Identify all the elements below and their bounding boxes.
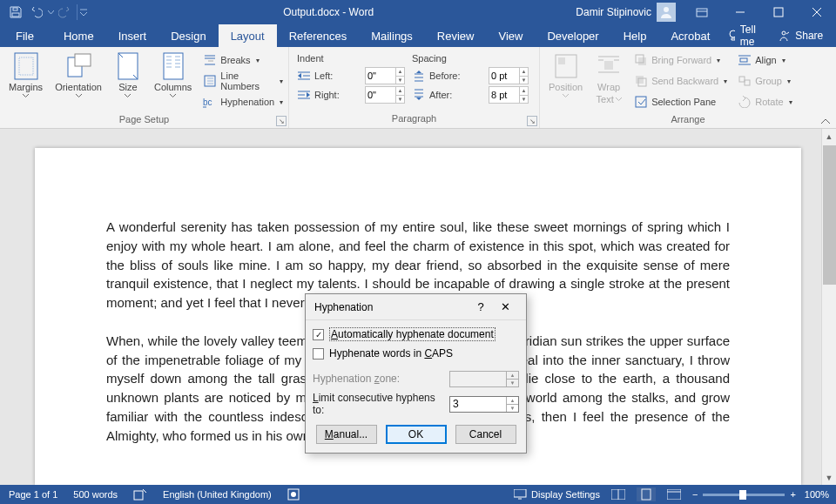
indent-right-value[interactable]: [366, 87, 395, 103]
tab-file[interactable]: File: [3, 24, 46, 47]
ribbon-tabs: File Home Insert Design Layout Reference…: [0, 24, 836, 47]
spacing-before-input[interactable]: ▲▼: [489, 67, 529, 84]
save-icon[interactable]: [5, 0, 26, 24]
columns-button[interactable]: Columns: [151, 50, 195, 99]
tab-mailings[interactable]: Mailings: [359, 24, 425, 47]
margins-button[interactable]: Margins: [5, 50, 46, 99]
tab-layout[interactable]: Layout: [219, 24, 277, 47]
proofing-icon[interactable]: [133, 488, 147, 501]
zoom-level[interactable]: 100%: [805, 489, 829, 500]
margins-icon: [12, 52, 40, 80]
stepper-up-icon[interactable]: ▲: [395, 68, 404, 77]
read-mode-button[interactable]: [609, 487, 628, 501]
tab-developer[interactable]: Developer: [535, 24, 610, 47]
spacing-after-input[interactable]: ▲▼: [489, 86, 529, 104]
share-button[interactable]: Share: [772, 30, 828, 42]
stepper-down-icon[interactable]: ▼: [519, 77, 528, 84]
group-label-page-setup: Page Setup: [5, 111, 283, 127]
ok-button[interactable]: OK: [386, 425, 447, 444]
align-button[interactable]: Align ▾: [735, 50, 794, 70]
tab-home[interactable]: Home: [51, 24, 106, 47]
vertical-scrollbar[interactable]: ▲ ▼: [821, 129, 836, 485]
qat-customize-icon[interactable]: [79, 0, 88, 24]
manual-button[interactable]: Manual...: [316, 425, 377, 444]
dialog-help-button[interactable]: ?: [469, 300, 493, 313]
close-button[interactable]: [798, 0, 836, 24]
limit-hyphens-value[interactable]: [450, 397, 506, 412]
ribbon-display-options-button[interactable]: [683, 0, 721, 24]
stepper-down-icon[interactable]: ▼: [395, 77, 404, 84]
status-page[interactable]: Page 1 of 1: [9, 489, 57, 500]
redo-icon[interactable]: [54, 0, 75, 24]
tell-me-button[interactable]: Tell me: [722, 24, 765, 48]
indent-left-input[interactable]: ▲▼: [365, 67, 405, 84]
print-layout-button[interactable]: [637, 487, 656, 501]
ribbon: Margins Orientation Size Columns: [0, 47, 836, 129]
tab-view[interactable]: View: [486, 24, 535, 47]
scroll-thumb[interactable]: [823, 145, 836, 285]
maximize-button[interactable]: [759, 0, 798, 24]
spacing-after-value[interactable]: [489, 87, 519, 103]
web-layout-button[interactable]: [664, 487, 684, 501]
window-title: Output.docx - Word: [88, 6, 569, 18]
tab-design[interactable]: Design: [158, 24, 218, 47]
breaks-button[interactable]: Breaks ▾: [200, 50, 286, 70]
zoom-slider[interactable]: − +: [692, 489, 796, 500]
indent-left-value[interactable]: [366, 68, 395, 84]
tab-review[interactable]: Review: [425, 24, 487, 47]
stepper-up-icon[interactable]: ▲: [506, 397, 518, 405]
collapse-ribbon-icon[interactable]: [820, 118, 831, 124]
stepper-up-icon[interactable]: ▲: [395, 87, 404, 96]
selection-pane-button[interactable]: Selection Pane: [631, 92, 730, 111]
user-avatar-icon: [657, 3, 676, 22]
caps-hyphenate-checkbox[interactable]: Hyphenate words in CAPS: [313, 345, 519, 362]
limit-hyphens-input[interactable]: ▲▼: [449, 396, 519, 413]
line-numbers-button[interactable]: Line Numbers ▾: [200, 71, 286, 91]
auto-hyphenate-checkbox[interactable]: ✓ AAutomatically hyphenate documentutoma…: [313, 326, 519, 343]
zoom-knob[interactable]: [739, 490, 746, 500]
stepper-down-icon[interactable]: ▼: [395, 96, 404, 104]
limit-hyphens-row: Limit consecutive hyphens to: ▲▼: [313, 395, 519, 413]
zoom-in-button[interactable]: +: [790, 489, 795, 500]
stepper-up-icon[interactable]: ▲: [519, 68, 528, 77]
stepper-down-icon[interactable]: ▼: [506, 405, 518, 412]
scroll-up-icon[interactable]: ▲: [822, 129, 836, 144]
status-bar: Page 1 of 1 500 words English (United Ki…: [0, 485, 836, 504]
spacing-before-value[interactable]: [489, 68, 519, 84]
status-words[interactable]: 500 words: [73, 489, 118, 500]
hyphenation-button[interactable]: bc Hyphenation ▾: [200, 92, 286, 111]
chevron-down-icon[interactable]: [47, 0, 54, 24]
size-icon: [114, 52, 142, 80]
scroll-down-icon[interactable]: ▼: [822, 470, 836, 485]
tab-insert[interactable]: Insert: [106, 24, 159, 47]
tab-references[interactable]: References: [277, 24, 359, 47]
zoom-track[interactable]: [703, 494, 785, 496]
stepper-down-icon[interactable]: ▼: [519, 96, 528, 104]
macro-record-icon[interactable]: [287, 488, 300, 501]
display-settings-button[interactable]: Display Settings: [514, 489, 600, 500]
stepper-up-icon[interactable]: ▲: [519, 87, 528, 96]
checkbox-checked-icon: ✓: [313, 329, 324, 340]
cancel-button[interactable]: Cancel: [455, 425, 516, 444]
svg-rect-25: [745, 80, 750, 85]
tab-acrobat[interactable]: Acrobat: [658, 24, 722, 47]
page-setup-dialog-launcher[interactable]: ↘: [276, 116, 287, 126]
dialog-close-button[interactable]: ✕: [493, 300, 517, 313]
dialog-titlebar[interactable]: Hyphenation ? ✕: [306, 294, 526, 320]
indent-left-row: Left: ▲▼: [294, 66, 408, 85]
position-icon: [552, 52, 580, 80]
status-language[interactable]: English (United Kingdom): [163, 489, 272, 500]
user-account[interactable]: Damir Stipinovic: [569, 3, 683, 22]
indent-right-input[interactable]: ▲▼: [365, 86, 405, 104]
minimize-button[interactable]: [721, 0, 759, 24]
paragraph-dialog-launcher[interactable]: ↘: [527, 116, 537, 126]
group-button: Group ▾: [735, 71, 794, 91]
svg-rect-31: [642, 489, 651, 500]
tab-help[interactable]: Help: [611, 24, 659, 47]
send-backward-icon: [634, 74, 648, 88]
spacing-after-icon: [412, 88, 426, 102]
undo-icon[interactable]: [26, 0, 47, 24]
size-button[interactable]: Size: [111, 50, 145, 99]
orientation-button[interactable]: Orientation: [51, 50, 105, 99]
zoom-out-button[interactable]: −: [692, 489, 698, 500]
